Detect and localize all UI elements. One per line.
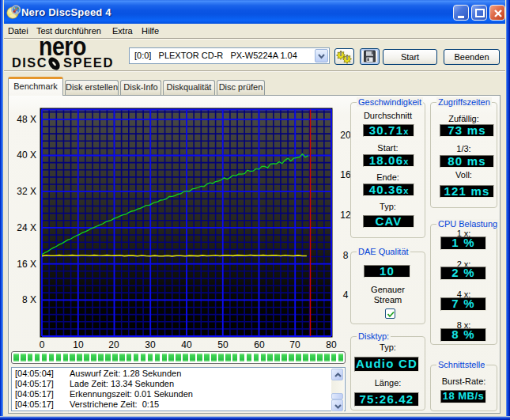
svg-text:DISC: DISC [12,56,47,70]
svg-text:nero: nero [39,40,86,57]
svg-text:SPEED: SPEED [63,56,114,70]
